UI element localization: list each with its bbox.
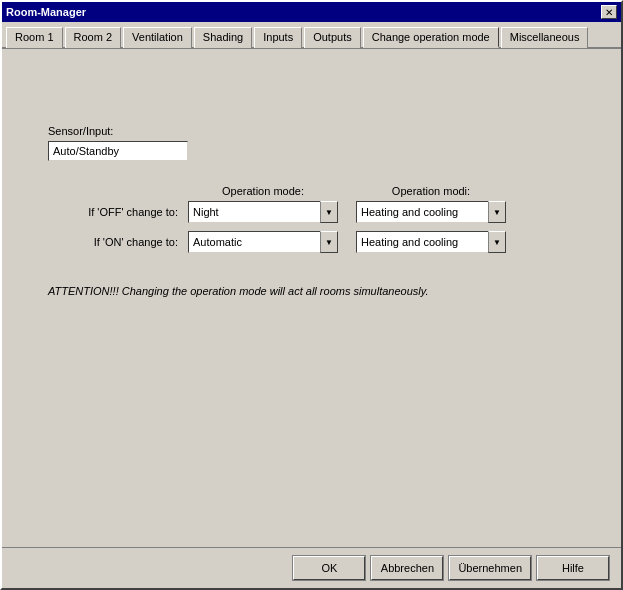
sensor-section: Sensor/Input: xyxy=(48,125,605,161)
content-area: Sensor/Input: Operation mode: Operation … xyxy=(2,49,621,547)
col-headers: Operation mode: Operation modi: xyxy=(188,185,605,197)
attention-text: ATTENTION!!! Changing the operation mode… xyxy=(48,285,605,297)
ok-button[interactable]: OK xyxy=(293,556,365,580)
tabs-bar: Room 1 Room 2 Ventilation Shading Inputs… xyxy=(2,22,621,49)
operation-mode-header: Operation mode: xyxy=(188,185,338,197)
tab-shading[interactable]: Shading xyxy=(194,27,252,48)
help-button[interactable]: Hilfe xyxy=(537,556,609,580)
on-modi-select-wrapper: Heating and cooling Heating cooling Cool… xyxy=(356,231,506,253)
off-modi-select-wrapper: Heating and cooling Heating cooling Cool… xyxy=(356,201,506,223)
panel: Sensor/Input: Operation mode: Operation … xyxy=(18,65,605,531)
off-modi-select[interactable]: Heating and cooling Heating cooling Cool… xyxy=(356,201,506,223)
sensor-label: Sensor/Input: xyxy=(48,125,605,137)
cancel-button[interactable]: Abbrechen xyxy=(371,556,443,580)
on-modi-select[interactable]: Heating and cooling Heating cooling Cool… xyxy=(356,231,506,253)
tab-room2[interactable]: Room 2 xyxy=(65,27,122,48)
main-window: Room-Manager ✕ Room 1 Room 2 Ventilation… xyxy=(0,0,623,590)
apply-button[interactable]: Übernehmen xyxy=(449,556,531,580)
sensor-input[interactable] xyxy=(48,141,188,161)
tab-miscellaneous[interactable]: Miscellaneous xyxy=(501,27,589,48)
footer: OK Abbrechen Übernehmen Hilfe xyxy=(2,547,621,588)
on-row-label: If 'ON' change to: xyxy=(48,236,188,248)
tab-room1[interactable]: Room 1 xyxy=(6,27,63,48)
off-mode-select[interactable]: Night Automatic Day Off xyxy=(188,201,338,223)
on-mode-select[interactable]: Night Automatic Day Off xyxy=(188,231,338,253)
on-row: If 'ON' change to: Night Automatic Day O… xyxy=(48,231,605,253)
tab-inputs[interactable]: Inputs xyxy=(254,27,302,48)
tab-change-operation-mode[interactable]: Change operation mode xyxy=(363,27,499,48)
tab-outputs[interactable]: Outputs xyxy=(304,27,361,48)
on-mode-select-wrapper: Night Automatic Day Off xyxy=(188,231,338,253)
window-title: Room-Manager xyxy=(6,6,86,18)
operation-table: Operation mode: Operation modi: If 'OFF'… xyxy=(48,185,605,261)
close-button[interactable]: ✕ xyxy=(601,5,617,19)
tab-ventilation[interactable]: Ventilation xyxy=(123,27,192,48)
title-bar: Room-Manager ✕ xyxy=(2,2,621,22)
operation-modi-header: Operation modi: xyxy=(356,185,506,197)
off-mode-select-wrapper: Night Automatic Day Off xyxy=(188,201,338,223)
off-row: If 'OFF' change to: Night Automatic Day … xyxy=(48,201,605,223)
off-row-label: If 'OFF' change to: xyxy=(48,206,188,218)
